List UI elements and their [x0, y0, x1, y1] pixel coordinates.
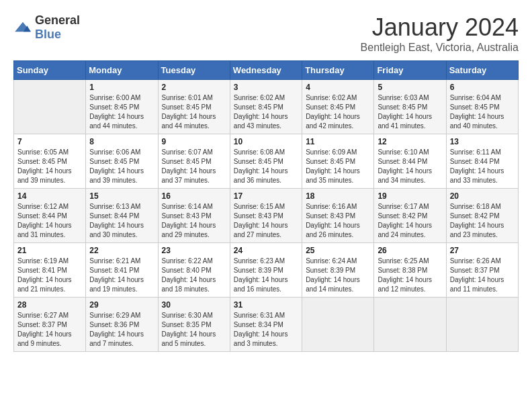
day-info: Sunrise: 6:22 AMSunset: 8:40 PMDaylight:…: [162, 257, 226, 294]
calendar-cell: 29Sunrise: 6:29 AMSunset: 8:36 PMDayligh…: [86, 298, 158, 352]
calendar-cell: 2Sunrise: 6:01 AMSunset: 8:45 PMDaylight…: [158, 80, 230, 134]
day-number: 11: [306, 137, 370, 146]
calendar-cell: 7Sunrise: 6:05 AMSunset: 8:45 PMDaylight…: [14, 134, 86, 189]
day-number: 23: [162, 246, 226, 255]
day-info: Sunrise: 6:00 AMSunset: 8:45 PMDaylight:…: [89, 93, 154, 131]
day-number: 21: [17, 246, 82, 255]
calendar-cell: 21Sunrise: 6:19 AMSunset: 8:41 PMDayligh…: [14, 243, 86, 298]
day-number: 18: [306, 191, 370, 201]
day-info: Sunrise: 6:18 AMSunset: 8:42 PMDaylight:…: [450, 202, 515, 240]
calendar-cell: [374, 298, 446, 352]
day-number: 28: [17, 300, 82, 310]
calendar-cell: 18Sunrise: 6:16 AMSunset: 8:43 PMDayligh…: [302, 189, 374, 243]
calendar-cell: 11Sunrise: 6:09 AMSunset: 8:45 PMDayligh…: [302, 134, 374, 189]
calendar-cell: 28Sunrise: 6:27 AMSunset: 8:37 PMDayligh…: [14, 298, 86, 352]
calendar-cell: 14Sunrise: 6:12 AMSunset: 8:44 PMDayligh…: [14, 189, 86, 243]
day-info: Sunrise: 6:12 AMSunset: 8:44 PMDaylight:…: [17, 202, 82, 240]
day-number: 6: [450, 83, 515, 92]
week-row-1: 1Sunrise: 6:00 AMSunset: 8:45 PMDaylight…: [14, 80, 519, 134]
calendar-cell: 3Sunrise: 6:02 AMSunset: 8:45 PMDaylight…: [230, 80, 302, 134]
logo-icon: [13, 21, 32, 34]
day-info: Sunrise: 6:15 AMSunset: 8:43 PMDaylight:…: [234, 202, 298, 240]
day-info: Sunrise: 6:11 AMSunset: 8:44 PMDaylight:…: [450, 148, 515, 185]
calendar-cell: 30Sunrise: 6:30 AMSunset: 8:35 PMDayligh…: [158, 298, 230, 352]
logo: General Blue: [13, 13, 80, 42]
day-number: 24: [234, 246, 298, 255]
calendar-cell: 20Sunrise: 6:18 AMSunset: 8:42 PMDayligh…: [446, 189, 518, 243]
calendar-cell: 31Sunrise: 6:31 AMSunset: 8:34 PMDayligh…: [230, 298, 302, 352]
month-title: January 2024: [361, 13, 519, 42]
day-info: Sunrise: 6:07 AMSunset: 8:45 PMDaylight:…: [162, 148, 226, 185]
calendar-cell: 4Sunrise: 6:02 AMSunset: 8:45 PMDaylight…: [302, 80, 374, 134]
day-info: Sunrise: 6:31 AMSunset: 8:34 PMDaylight:…: [234, 311, 298, 349]
day-number: 9: [162, 137, 226, 146]
calendar-cell: 23Sunrise: 6:22 AMSunset: 8:40 PMDayligh…: [158, 243, 230, 298]
calendar-cell: 8Sunrise: 6:06 AMSunset: 8:45 PMDaylight…: [86, 134, 158, 189]
day-info: Sunrise: 6:25 AMSunset: 8:38 PMDaylight:…: [378, 257, 442, 294]
calendar-cell: 22Sunrise: 6:21 AMSunset: 8:41 PMDayligh…: [86, 243, 158, 298]
col-thursday: Thursday: [302, 61, 374, 80]
col-tuesday: Tuesday: [158, 61, 230, 80]
header-row: Sunday Monday Tuesday Wednesday Thursday…: [14, 61, 519, 80]
calendar-cell: 19Sunrise: 6:17 AMSunset: 8:42 PMDayligh…: [374, 189, 446, 243]
logo-text: General Blue: [35, 13, 80, 42]
day-number: 25: [306, 246, 370, 255]
col-monday: Monday: [86, 61, 158, 80]
calendar-cell: 17Sunrise: 6:15 AMSunset: 8:43 PMDayligh…: [230, 189, 302, 243]
title-area: January 2024 Bentleigh East, Victoria, A…: [361, 13, 519, 54]
day-number: 2: [162, 83, 226, 92]
calendar-cell: 13Sunrise: 6:11 AMSunset: 8:44 PMDayligh…: [446, 134, 518, 189]
calendar-cell: [14, 80, 86, 134]
day-info: Sunrise: 6:02 AMSunset: 8:45 PMDaylight:…: [306, 93, 370, 131]
week-row-3: 14Sunrise: 6:12 AMSunset: 8:44 PMDayligh…: [14, 189, 519, 243]
day-number: 31: [234, 300, 298, 310]
day-info: Sunrise: 6:05 AMSunset: 8:45 PMDaylight:…: [17, 148, 82, 185]
day-number: 4: [306, 83, 370, 92]
day-info: Sunrise: 6:30 AMSunset: 8:35 PMDaylight:…: [162, 311, 226, 349]
day-info: Sunrise: 6:04 AMSunset: 8:45 PMDaylight:…: [450, 93, 515, 131]
day-info: Sunrise: 6:14 AMSunset: 8:43 PMDaylight:…: [162, 202, 226, 240]
header: General Blue January 2024 Bentleigh East…: [13, 13, 519, 54]
col-saturday: Saturday: [446, 61, 518, 80]
day-info: Sunrise: 6:24 AMSunset: 8:39 PMDaylight:…: [306, 257, 370, 294]
day-info: Sunrise: 6:17 AMSunset: 8:42 PMDaylight:…: [378, 202, 442, 240]
day-info: Sunrise: 6:29 AMSunset: 8:36 PMDaylight:…: [89, 311, 154, 349]
day-number: 20: [450, 191, 515, 201]
calendar-cell: 10Sunrise: 6:08 AMSunset: 8:45 PMDayligh…: [230, 134, 302, 189]
day-number: 16: [162, 191, 226, 201]
day-number: 3: [234, 83, 298, 92]
day-number: 30: [162, 300, 226, 310]
calendar-cell: 6Sunrise: 6:04 AMSunset: 8:45 PMDaylight…: [446, 80, 518, 134]
calendar-cell: 12Sunrise: 6:10 AMSunset: 8:44 PMDayligh…: [374, 134, 446, 189]
day-info: Sunrise: 6:13 AMSunset: 8:44 PMDaylight:…: [89, 202, 154, 240]
day-number: 29: [89, 300, 154, 310]
day-info: Sunrise: 6:01 AMSunset: 8:45 PMDaylight:…: [162, 93, 226, 131]
day-info: Sunrise: 6:06 AMSunset: 8:45 PMDaylight:…: [89, 148, 154, 185]
calendar-cell: 5Sunrise: 6:03 AMSunset: 8:45 PMDaylight…: [374, 80, 446, 134]
day-info: Sunrise: 6:03 AMSunset: 8:45 PMDaylight:…: [378, 93, 442, 131]
day-info: Sunrise: 6:27 AMSunset: 8:37 PMDaylight:…: [17, 311, 82, 349]
logo-general: General: [35, 13, 80, 27]
day-number: 8: [89, 137, 154, 146]
day-number: 22: [89, 246, 154, 255]
col-sunday: Sunday: [14, 61, 86, 80]
col-friday: Friday: [374, 61, 446, 80]
col-wednesday: Wednesday: [230, 61, 302, 80]
day-number: 13: [450, 137, 515, 146]
day-info: Sunrise: 6:02 AMSunset: 8:45 PMDaylight:…: [234, 93, 298, 131]
day-number: 27: [450, 246, 515, 255]
day-info: Sunrise: 6:08 AMSunset: 8:45 PMDaylight:…: [234, 148, 298, 185]
day-number: 14: [17, 191, 82, 201]
calendar-cell: 9Sunrise: 6:07 AMSunset: 8:45 PMDaylight…: [158, 134, 230, 189]
calendar-cell: 24Sunrise: 6:23 AMSunset: 8:39 PMDayligh…: [230, 243, 302, 298]
calendar-cell: 25Sunrise: 6:24 AMSunset: 8:39 PMDayligh…: [302, 243, 374, 298]
day-info: Sunrise: 6:21 AMSunset: 8:41 PMDaylight:…: [89, 257, 154, 294]
calendar-cell: [302, 298, 374, 352]
day-number: 19: [378, 191, 442, 201]
calendar-table: Sunday Monday Tuesday Wednesday Thursday…: [13, 60, 519, 352]
day-info: Sunrise: 6:23 AMSunset: 8:39 PMDaylight:…: [234, 257, 298, 294]
day-info: Sunrise: 6:16 AMSunset: 8:43 PMDaylight:…: [306, 202, 370, 240]
day-number: 12: [378, 137, 442, 146]
day-info: Sunrise: 6:09 AMSunset: 8:45 PMDaylight:…: [306, 148, 370, 185]
calendar-cell: 15Sunrise: 6:13 AMSunset: 8:44 PMDayligh…: [86, 189, 158, 243]
